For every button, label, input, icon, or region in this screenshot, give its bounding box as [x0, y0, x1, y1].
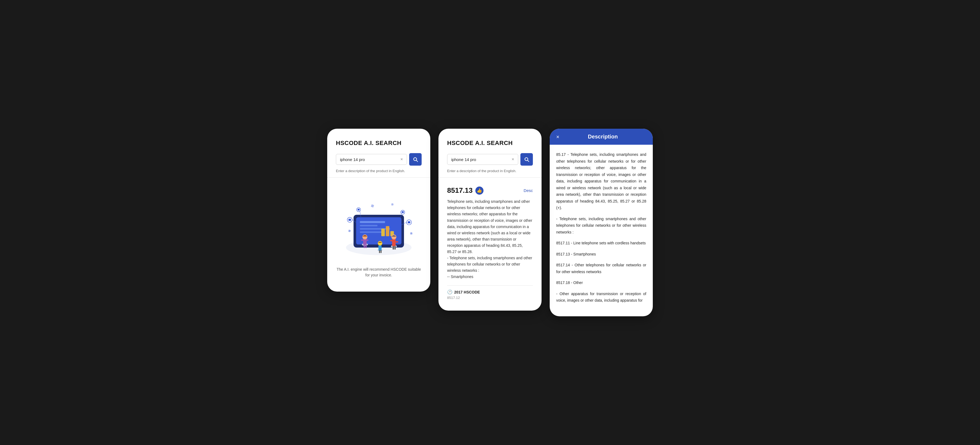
svg-rect-36 [392, 239, 396, 246]
search-hint-2: Enter a description of the product in En… [447, 169, 533, 173]
svg-rect-8 [360, 231, 383, 233]
svg-point-37 [391, 234, 396, 240]
svg-rect-10 [386, 226, 389, 236]
svg-rect-41 [395, 246, 396, 249]
desc-body: 85.17 - Telephone sets, including smartp… [550, 145, 653, 316]
search-input-wrap-1: × [336, 154, 407, 165]
thumb-up-icon: 👍 [475, 187, 484, 195]
result-code-wrap: 8517.13 👍 [447, 186, 484, 195]
search-button-2[interactable] [520, 153, 533, 166]
svg-rect-52 [391, 203, 394, 206]
svg-rect-49 [348, 230, 351, 232]
svg-rect-50 [410, 233, 413, 235]
svg-point-44 [378, 241, 382, 246]
search-input-wrap-2: × [447, 154, 518, 165]
svg-rect-7 [360, 228, 390, 230]
desc-section-0: 85.17 - Telephone sets, including smartp… [556, 151, 646, 211]
search-bar-1: × [336, 153, 422, 166]
result-footer: 🕐 2017 HSCODE 8517.12 [447, 286, 533, 300]
desc-section-6: - Other apparatus for transmission or re… [556, 290, 646, 304]
svg-rect-39 [396, 241, 398, 243]
svg-rect-6 [360, 225, 377, 226]
search-button-1[interactable] [409, 153, 422, 166]
panel-2-card: HSCODE A.I. SEARCH × Enter a description… [438, 129, 542, 311]
svg-rect-46 [380, 247, 382, 248]
svg-rect-47 [379, 250, 380, 253]
app-title-2: HSCODE A.I. SEARCH [447, 140, 533, 147]
desc-section-1: - Telephone sets, including smartphones … [556, 215, 646, 236]
result-code: 8517.13 [447, 186, 473, 195]
close-button[interactable]: × [556, 134, 560, 140]
clear-button-1[interactable]: × [401, 157, 403, 162]
svg-point-30 [363, 234, 368, 240]
panels-container: HSCODE A.I. SEARCH × Enter a description… [327, 129, 653, 316]
search-hint-1: Enter a description of the product in En… [336, 169, 422, 173]
svg-rect-16 [408, 221, 410, 223]
illustration-caption: The A.I. engine will recommend HSCODE su… [336, 266, 422, 278]
svg-rect-9 [381, 229, 385, 236]
desc-section-3: 8517.13 - Smartphones [556, 251, 646, 258]
svg-rect-5 [360, 221, 385, 223]
svg-rect-48 [381, 250, 382, 253]
desc-section-4: 8517.14 - Other telephones for cellular … [556, 262, 646, 275]
clear-button-2[interactable]: × [512, 157, 514, 162]
search-bar-2: × [447, 153, 533, 166]
desc-link[interactable]: Desc [523, 188, 533, 193]
result-header: 8517.13 👍 Desc [447, 186, 533, 195]
hscode-sub: 8517.12 [447, 296, 533, 300]
svg-rect-13 [348, 219, 351, 221]
app-title-1: HSCODE A.I. SEARCH [336, 140, 422, 147]
svg-rect-20 [358, 209, 360, 211]
desc-section-2: 8517.11 - Line telephone sets with cordl… [556, 240, 646, 247]
search-icon-1 [412, 156, 418, 163]
panel-1-card: HSCODE A.I. SEARCH × Enter a description… [327, 129, 430, 292]
hscode-year: 🕐 2017 HSCODE [447, 289, 533, 295]
result-description: Telephone sets, including smartphones an… [447, 198, 533, 280]
desc-header: × Description [550, 129, 653, 145]
desc-title: Description [560, 134, 646, 140]
svg-rect-31 [361, 239, 364, 241]
clock-icon: 🕐 [447, 289, 453, 295]
result-section: 8517.13 👍 Desc Telephone sets, including… [447, 184, 533, 300]
svg-rect-51 [371, 204, 374, 208]
svg-rect-45 [378, 246, 380, 247]
search-input-2[interactable] [451, 157, 509, 162]
svg-rect-40 [393, 246, 394, 249]
panel-3-card: × Description 85.17 - Telephone sets, in… [550, 129, 653, 316]
search-icon-2 [523, 156, 530, 163]
desc-section-5: 8517.18 - Other [556, 279, 646, 286]
svg-rect-34 [366, 245, 367, 248]
svg-rect-32 [366, 239, 368, 241]
illustration-area: The A.I. engine will recommend HSCODE su… [336, 184, 422, 281]
illustration-svg [336, 190, 422, 261]
svg-rect-38 [390, 240, 393, 241]
svg-rect-23 [402, 211, 404, 213]
search-input-1[interactable] [340, 157, 398, 162]
svg-rect-33 [364, 245, 365, 248]
